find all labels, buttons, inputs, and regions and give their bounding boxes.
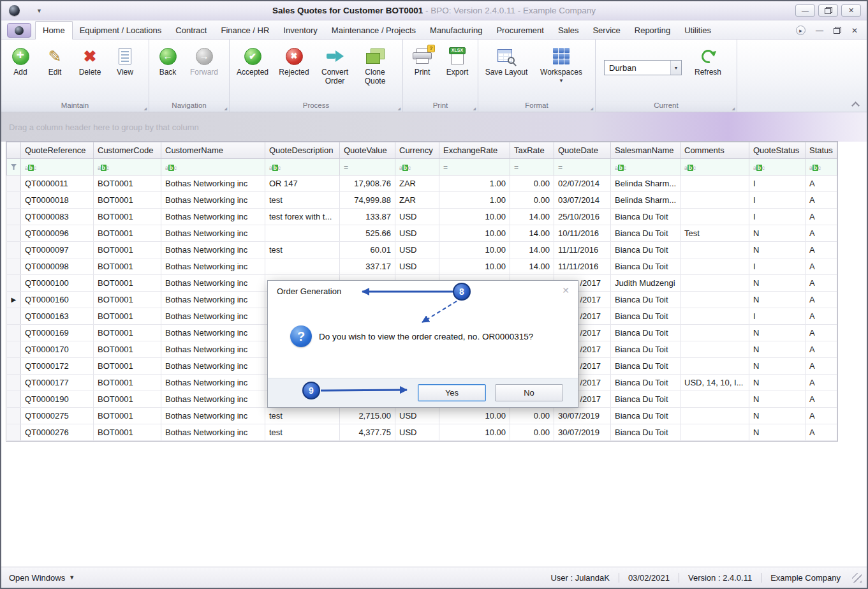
cell-taxrate[interactable]: 0.00 xyxy=(510,424,554,441)
cell-quotereference[interactable]: QT0000177 xyxy=(21,375,94,391)
rejected-button[interactable]: Rejected xyxy=(274,43,314,77)
cell-quotedate[interactable]: 30/07/2019 xyxy=(554,408,611,424)
cell-quotereference[interactable]: QT0000170 xyxy=(21,341,94,358)
cell-quotevalue[interactable]: 133.87 xyxy=(340,209,395,225)
cell-quotereference[interactable]: QT0000096 xyxy=(21,225,94,242)
app-menu-button[interactable] xyxy=(7,23,31,38)
forward-button[interactable]: Forward xyxy=(184,43,224,77)
table-row[interactable]: QT0000011BOT0001Bothas Networking incOR … xyxy=(7,175,837,192)
cell-status[interactable]: A xyxy=(805,258,837,275)
print-button[interactable]: Print xyxy=(405,43,439,77)
ribbon-collapse-icon[interactable] xyxy=(851,100,859,108)
cell-comments[interactable] xyxy=(680,391,749,408)
cell-salesmanname[interactable]: Bianca Du Toit xyxy=(611,341,680,358)
cell-salesmanname[interactable]: Bianca Du Toit xyxy=(611,242,680,258)
cell-comments[interactable] xyxy=(680,358,749,375)
cell-quotestatus[interactable]: N xyxy=(749,408,805,424)
cell-exchangerate[interactable]: 10.00 xyxy=(439,258,510,275)
cell-quotestatus[interactable]: N xyxy=(749,391,805,408)
tab-scroll-right-button[interactable]: ▸ xyxy=(796,26,805,35)
cell-salesmanname[interactable]: Bianca Du Toit xyxy=(611,258,680,275)
cell-quotestatus[interactable]: N xyxy=(749,225,805,242)
cell-taxrate[interactable]: 14.00 xyxy=(510,209,554,225)
cell-currency[interactable]: ZAR xyxy=(395,192,439,209)
filter-cell-exchangerate[interactable]: = xyxy=(439,159,510,175)
cell-customername[interactable]: Bothas Networking inc xyxy=(161,375,265,391)
cell-quotestatus[interactable]: I xyxy=(749,175,805,192)
cell-comments[interactable] xyxy=(680,258,749,275)
cell-customercode[interactable]: BOT0001 xyxy=(94,209,161,225)
cell-quotedate[interactable]: 11/11/2016 xyxy=(554,258,611,275)
filter-cell-taxrate[interactable]: = xyxy=(510,159,554,175)
cell-status[interactable]: A xyxy=(805,325,837,341)
cell-exchangerate[interactable]: 1.00 xyxy=(439,175,510,192)
cell-customername[interactable]: Bothas Networking inc xyxy=(161,391,265,408)
cell-customercode[interactable]: BOT0001 xyxy=(94,175,161,192)
cell-status[interactable]: A xyxy=(805,275,837,292)
cell-quotevalue[interactable]: 4,377.75 xyxy=(340,424,395,441)
cell-quotedate[interactable]: 03/07/2014 xyxy=(554,192,611,209)
cell-quotevalue[interactable]: 60.01 xyxy=(340,242,395,258)
cell-taxrate[interactable]: 0.00 xyxy=(510,175,554,192)
group-by-panel[interactable]: Drag a column header here to group by th… xyxy=(1,112,867,142)
cell-quotedescription[interactable] xyxy=(265,225,340,242)
cell-comments[interactable] xyxy=(680,209,749,225)
cell-status[interactable]: A xyxy=(805,292,837,308)
cell-quotereference[interactable]: QT0000172 xyxy=(21,358,94,375)
filter-cell-quotevalue[interactable]: = xyxy=(340,159,395,175)
cell-customercode[interactable]: BOT0001 xyxy=(94,192,161,209)
cell-quotereference[interactable]: QT0000275 xyxy=(21,408,94,424)
cell-quotereference[interactable]: QT0000163 xyxy=(21,308,94,325)
tab-sales[interactable]: Sales xyxy=(551,22,586,39)
cell-quotestatus[interactable]: N xyxy=(749,424,805,441)
cell-salesmanname[interactable]: Bianca Du Toit xyxy=(611,408,680,424)
cell-comments[interactable] xyxy=(680,408,749,424)
cell-quotereference[interactable]: QT0000098 xyxy=(21,258,94,275)
column-header-quotevalue[interactable]: QuoteValue xyxy=(340,142,395,159)
cell-quotereference[interactable]: QT0000160 xyxy=(21,292,94,308)
cell-salesmanname[interactable]: Bianca Du Toit xyxy=(611,325,680,341)
cell-customercode[interactable]: BOT0001 xyxy=(94,292,161,308)
cell-customercode[interactable]: BOT0001 xyxy=(94,242,161,258)
column-header-customercode[interactable]: CustomerCode xyxy=(94,142,161,159)
table-row[interactable]: QT0000097BOT0001Bothas Networking inctes… xyxy=(7,242,837,258)
cell-currency[interactable]: USD xyxy=(395,258,439,275)
cell-customercode[interactable]: BOT0001 xyxy=(94,424,161,441)
cell-customername[interactable]: Bothas Networking inc xyxy=(161,308,265,325)
cell-status[interactable]: A xyxy=(805,175,837,192)
group-label-print[interactable]: Print xyxy=(403,101,478,112)
cell-quotestatus[interactable]: N xyxy=(749,341,805,358)
cell-status[interactable]: A xyxy=(805,341,837,358)
cell-salesmanname[interactable]: Bianca Du Toit xyxy=(611,358,680,375)
cell-taxrate[interactable]: 14.00 xyxy=(510,225,554,242)
workspaces-button[interactable]: Workspaces ▼ xyxy=(533,43,590,84)
group-label-format[interactable]: Format xyxy=(478,101,595,112)
column-header-quotestatus[interactable]: QuoteStatus xyxy=(749,142,805,159)
cell-quotestatus[interactable]: N xyxy=(749,375,805,391)
cell-exchangerate[interactable]: 10.00 xyxy=(439,209,510,225)
tab-reporting[interactable]: Reporting xyxy=(628,22,677,39)
cell-comments[interactable] xyxy=(680,275,749,292)
accepted-button[interactable]: Accepted xyxy=(232,43,274,77)
cell-quotereference[interactable]: QT0000018 xyxy=(21,192,94,209)
cell-salesmanname[interactable]: Belinda Sharm... xyxy=(611,192,680,209)
cell-customercode[interactable]: BOT0001 xyxy=(94,391,161,408)
column-header-exchangerate[interactable]: ExchangeRate xyxy=(439,142,510,159)
cell-taxrate[interactable]: 0.00 xyxy=(510,192,554,209)
tab-home[interactable]: Home xyxy=(35,21,73,40)
cell-comments[interactable] xyxy=(680,192,749,209)
filter-cell-currency[interactable]: abc xyxy=(395,159,439,175)
group-label-navigation[interactable]: Navigation xyxy=(149,101,229,112)
filter-cell-quotedescription[interactable]: abc xyxy=(265,159,340,175)
column-header-comments[interactable]: Comments xyxy=(680,142,749,159)
cell-salesmanname[interactable]: Judith Mudzengi xyxy=(611,275,680,292)
delete-button[interactable]: ✖ Delete xyxy=(72,43,108,77)
restore-button[interactable] xyxy=(818,4,838,17)
tab-finance-hr[interactable]: Finance / HR xyxy=(214,22,276,39)
cell-comments[interactable] xyxy=(680,175,749,192)
cell-quotereference[interactable]: QT0000097 xyxy=(21,242,94,258)
cell-quotedate[interactable]: 11/11/2016 xyxy=(554,242,611,258)
cell-quotestatus[interactable]: N xyxy=(749,325,805,341)
cell-quotedescription[interactable] xyxy=(265,258,340,275)
filter-cell-salesmanname[interactable]: abc xyxy=(611,159,680,175)
